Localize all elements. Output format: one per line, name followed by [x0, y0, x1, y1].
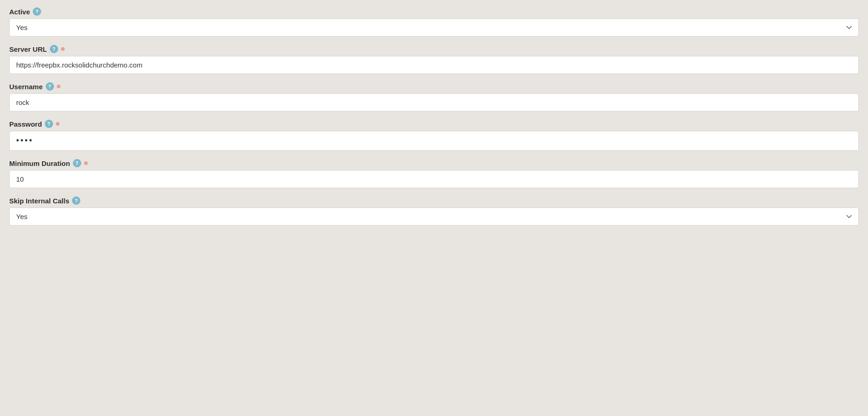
minimum-duration-label: Minimum Duration ? — [9, 159, 859, 167]
minimum-duration-label-text: Minimum Duration — [9, 159, 70, 167]
username-required-dot — [57, 85, 60, 88]
password-help-icon[interactable]: ? — [45, 120, 53, 128]
active-field-group: Active ? Yes No — [9, 7, 859, 37]
server-url-label: Server URL ? — [9, 45, 859, 53]
active-help-icon[interactable]: ? — [33, 7, 41, 16]
skip-internal-calls-help-icon[interactable]: ? — [72, 196, 80, 205]
password-field-group: Password ? — [9, 120, 859, 151]
server-url-input[interactable] — [9, 56, 859, 74]
password-label-text: Password — [9, 120, 42, 128]
minimum-duration-input[interactable] — [9, 170, 859, 188]
server-url-label-text: Server URL — [9, 45, 47, 53]
active-select[interactable]: Yes No — [9, 18, 859, 37]
username-help-icon[interactable]: ? — [46, 82, 54, 91]
server-url-field-group: Server URL ? — [9, 45, 859, 74]
minimum-duration-field-group: Minimum Duration ? — [9, 159, 859, 188]
active-label: Active ? — [9, 7, 859, 16]
active-label-text: Active — [9, 8, 30, 16]
username-input[interactable] — [9, 93, 859, 111]
skip-internal-calls-field-group: Skip Internal Calls ? Yes No — [9, 196, 859, 226]
skip-internal-calls-select[interactable]: Yes No — [9, 208, 859, 226]
username-label: Username ? — [9, 82, 859, 91]
password-required-dot — [56, 122, 60, 126]
skip-internal-calls-label-text: Skip Internal Calls — [9, 197, 69, 205]
minimum-duration-required-dot — [84, 161, 88, 165]
password-input[interactable] — [9, 131, 859, 151]
username-label-text: Username — [9, 83, 43, 91]
server-url-required-dot — [61, 47, 65, 51]
username-field-group: Username ? — [9, 82, 859, 111]
server-url-help-icon[interactable]: ? — [50, 45, 58, 53]
skip-internal-calls-label: Skip Internal Calls ? — [9, 196, 859, 205]
password-label: Password ? — [9, 120, 859, 128]
minimum-duration-help-icon[interactable]: ? — [73, 159, 81, 167]
